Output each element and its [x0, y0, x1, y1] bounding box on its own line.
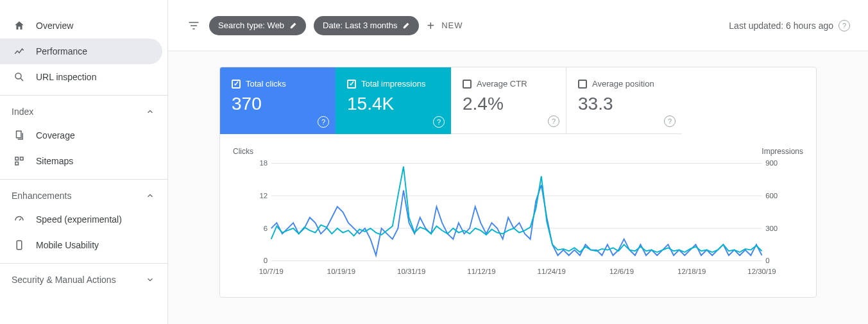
section-title: Security & Manual Actions [12, 275, 116, 285]
checkbox-icon [232, 80, 241, 89]
tile-average-ctr[interactable]: Average CTR 2.4% ? [451, 67, 566, 134]
home-icon [12, 18, 27, 33]
tile-label: Average CTR [477, 79, 527, 89]
tile-value: 2.4% [463, 94, 556, 114]
tile-average-position[interactable]: Average position 33.3 ? [566, 67, 682, 134]
sitemap-icon [12, 153, 27, 169]
checkbox-icon [347, 80, 356, 89]
trend-icon [12, 44, 27, 59]
chevron-up-icon [144, 106, 156, 117]
help-icon[interactable]: ? [318, 116, 329, 128]
svg-rect-3 [21, 157, 24, 160]
svg-text:12: 12 [259, 192, 268, 200]
edit-icon [402, 21, 413, 31]
svg-text:10/7/19: 10/7/19 [259, 268, 284, 275]
new-label: NEW [441, 21, 463, 30]
help-icon[interactable]: ? [664, 115, 676, 127]
nav-sitemaps[interactable]: Sitemaps [0, 148, 167, 174]
svg-text:12/18/19: 12/18/19 [677, 268, 706, 275]
svg-text:0: 0 [264, 257, 268, 264]
chart-area: Clicks Impressions 189001260063000010/7/… [220, 134, 816, 297]
nav-label: Coverage [36, 130, 75, 141]
svg-rect-4 [15, 162, 19, 166]
filter-icon[interactable] [186, 18, 201, 33]
chevron-down-icon [144, 274, 156, 286]
performance-card: Total clicks 370 ? Total impressions 15.… [219, 67, 817, 298]
nav-performance[interactable]: Performance [0, 38, 162, 64]
svg-text:12/30/19: 12/30/19 [747, 268, 776, 275]
svg-text:12/6/19: 12/6/19 [609, 268, 634, 275]
svg-point-0 [15, 73, 21, 79]
last-updated: Last updated: 6 hours ago ? [729, 20, 850, 31]
section-index[interactable]: Index [0, 95, 167, 123]
tile-value: 33.3 [578, 94, 672, 114]
nav-label: Mobile Usability [36, 240, 99, 250]
nav-coverage[interactable]: Coverage [0, 123, 167, 148]
filter-bar: Search type: Web Date: Last 3 months + N… [168, 0, 868, 51]
section-title: Enhancements [12, 191, 71, 201]
pages-icon [12, 128, 27, 143]
nav-label: Sitemaps [36, 156, 73, 166]
tile-value: 370 [232, 94, 325, 114]
nav-overview[interactable]: Overview [0, 13, 167, 38]
main-content: Search type: Web Date: Last 3 months + N… [168, 0, 868, 324]
svg-rect-5 [17, 241, 22, 250]
help-icon[interactable]: ? [548, 115, 559, 127]
svg-text:900: 900 [765, 159, 778, 167]
chip-date[interactable]: Date: Last 3 months [314, 16, 419, 35]
nav-label: Performance [36, 46, 87, 56]
plus-icon: + [427, 19, 435, 32]
nav-label: Speed (experimental) [36, 214, 122, 225]
svg-rect-1 [17, 131, 22, 138]
left-axis-label: Clicks [233, 147, 253, 156]
svg-rect-2 [15, 157, 19, 160]
help-icon[interactable]: ? [838, 20, 850, 31]
tile-label: Average position [592, 79, 654, 89]
svg-text:600: 600 [765, 192, 778, 200]
search-icon [12, 69, 27, 85]
svg-text:300: 300 [765, 225, 778, 232]
nav-mobile-usability[interactable]: Mobile Usability [0, 232, 167, 258]
nav-url-inspection[interactable]: URL inspection [0, 64, 167, 90]
svg-text:0: 0 [765, 257, 769, 264]
tile-total-impressions[interactable]: Total impressions 15.4K ? [336, 67, 451, 134]
phone-icon [12, 237, 27, 253]
tile-label: Total clicks [246, 79, 286, 89]
checkbox-icon [463, 80, 472, 89]
nav-speed[interactable]: Speed (experimental) [0, 207, 167, 232]
checkbox-icon [578, 80, 587, 89]
svg-text:11/12/19: 11/12/19 [467, 268, 495, 275]
chip-label: Date: Last 3 months [323, 21, 397, 30]
svg-text:18: 18 [259, 159, 268, 167]
chip-search-type[interactable]: Search type: Web [209, 16, 306, 35]
edit-icon [289, 21, 300, 31]
svg-text:10/31/19: 10/31/19 [397, 268, 425, 275]
help-icon[interactable]: ? [433, 116, 445, 128]
section-security[interactable]: Security & Manual Actions [0, 263, 167, 291]
last-updated-text: Last updated: 6 hours ago [729, 21, 833, 31]
tile-label: Total impressions [361, 79, 425, 89]
metric-tiles: Total clicks 370 ? Total impressions 15.… [220, 67, 816, 134]
svg-text:6: 6 [264, 225, 268, 232]
sidebar: Overview Performance URL inspection Inde… [0, 0, 168, 324]
right-axis-label: Impressions [762, 147, 803, 156]
nav-label: Overview [36, 21, 73, 31]
chip-label: Search type: Web [218, 21, 284, 30]
chevron-up-icon [144, 190, 156, 201]
svg-text:10/19/19: 10/19/19 [327, 268, 355, 275]
nav-label: URL inspection [36, 72, 96, 82]
add-filter-button[interactable]: + NEW [427, 19, 463, 32]
tile-total-clicks[interactable]: Total clicks 370 ? [220, 67, 336, 134]
performance-chart: 189001260063000010/7/1910/19/1910/31/191… [233, 157, 803, 279]
speed-icon [12, 212, 27, 227]
section-title: Index [12, 107, 33, 117]
section-enhancements[interactable]: Enhancements [0, 179, 167, 207]
tile-value: 15.4K [347, 94, 441, 114]
svg-text:11/24/19: 11/24/19 [538, 268, 566, 275]
